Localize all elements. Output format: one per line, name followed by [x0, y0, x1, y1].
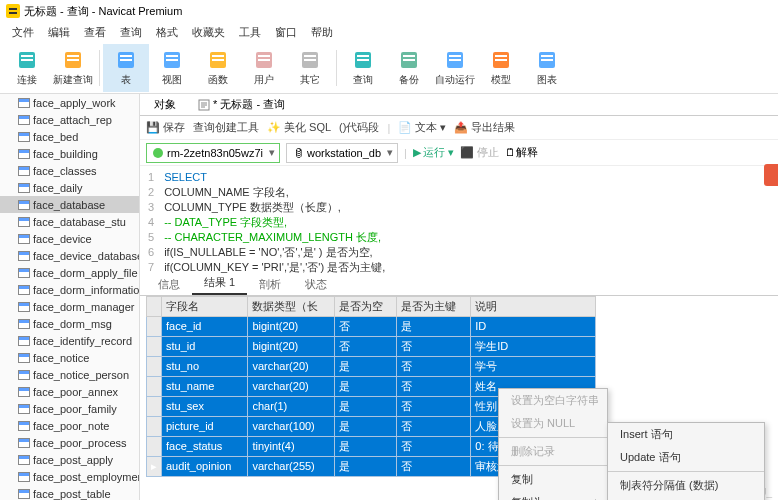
tool-label: 视图 [162, 73, 182, 87]
run-button[interactable]: ▶ 运行 ▾ [413, 145, 454, 160]
sidebar-item-face_daily[interactable]: face_daily [0, 179, 139, 196]
tab-result1[interactable]: 结果 1 [192, 272, 247, 295]
tool-查询[interactable]: 查询 [340, 44, 386, 92]
sidebar-item-face_classes[interactable]: face_classes [0, 162, 139, 179]
sidebar-item-face_device[interactable]: face_device [0, 230, 139, 247]
explain-button[interactable]: 🗒解释 [505, 145, 538, 160]
tool-备份[interactable]: 备份 [386, 44, 432, 92]
sidebar-item-face_poor_annex[interactable]: face_poor_annex [0, 383, 139, 400]
table-icon [18, 336, 30, 346]
sidebar-item-face_dorm_msg[interactable]: face_dorm_msg [0, 315, 139, 332]
tool-自动运行[interactable]: 自动运行 [432, 44, 478, 92]
grid-header[interactable]: 是否为主键 [397, 297, 471, 317]
table-icon [18, 370, 30, 380]
sidebar-item-face_identify_record[interactable]: face_identify_record [0, 332, 139, 349]
ctx-item[interactable]: 设置为 NULL [499, 412, 607, 435]
ctx-item[interactable]: 删除记录 [499, 440, 607, 463]
tool-新建查询[interactable]: 新建查询 [50, 44, 96, 92]
ctx-item[interactable]: 复制 [499, 468, 607, 491]
menu-edit[interactable]: 编辑 [42, 23, 76, 42]
tool-表[interactable]: 表 [103, 44, 149, 92]
sidebar-item-face_dorm_information[interactable]: face_dorm_information [0, 281, 139, 298]
sql-editor[interactable]: 123456789 SELECT COLUMN_NAME 字段名, COLUMN… [140, 166, 778, 274]
svg-rect-30 [449, 59, 461, 61]
ctx-sub-item[interactable]: Update 语句 [608, 446, 764, 469]
tool-icon [16, 49, 38, 71]
grid-header[interactable]: 是否为空 [335, 297, 397, 317]
sidebar-item-face_apply_work[interactable]: face_apply_work [0, 94, 139, 111]
tool-label: 备份 [399, 73, 419, 87]
table-icon [18, 149, 30, 159]
tab-query[interactable]: * 无标题 - 查询 [190, 94, 293, 115]
sidebar-item-face_bed[interactable]: face_bed [0, 128, 139, 145]
table-icon [18, 132, 30, 142]
tab-info[interactable]: 信息 [146, 274, 192, 295]
tool-函数[interactable]: 函数 [195, 44, 241, 92]
export-button[interactable]: 📤导出结果 [454, 120, 515, 135]
ctx-sub-item[interactable]: Insert 语句 [608, 423, 764, 446]
menu-fav[interactable]: 收藏夹 [186, 23, 231, 42]
query-builder-button[interactable]: 查询创建工具 [193, 120, 259, 135]
ctx-item[interactable]: 复制为 [499, 491, 607, 500]
ctx-sub-item[interactable]: 制表符分隔值 (数据) [608, 474, 764, 497]
tool-label: 表 [121, 73, 131, 87]
svg-rect-14 [212, 55, 224, 57]
sidebar-item-face_notice[interactable]: face_notice [0, 349, 139, 366]
tool-icon [299, 49, 321, 71]
sidebar-item-face_database_stu[interactable]: face_database_stu [0, 213, 139, 230]
grid-header[interactable]: 说明 [471, 297, 596, 317]
side-badge[interactable] [764, 164, 778, 186]
tool-其它[interactable]: 其它 [287, 44, 333, 92]
sidebar-item-face_post_table[interactable]: face_post_table [0, 485, 139, 500]
sidebar-item-face_post_apply[interactable]: face_post_apply [0, 451, 139, 468]
table-row[interactable]: stu_novarchar(20)是否学号 [147, 357, 596, 377]
tool-模型[interactable]: 模型 [478, 44, 524, 92]
svg-rect-20 [304, 55, 316, 57]
menu-window[interactable]: 窗口 [269, 23, 303, 42]
tool-连接[interactable]: 连接 [4, 44, 50, 92]
tool-图表[interactable]: 图表 [524, 44, 570, 92]
tab-objects[interactable]: 对象 [146, 94, 184, 115]
db-dropdown[interactable]: 🛢 workstation_db [286, 143, 398, 163]
sidebar-item-face_notice_person[interactable]: face_notice_person [0, 366, 139, 383]
tool-icon [352, 49, 374, 71]
tool-用户[interactable]: 用户 [241, 44, 287, 92]
sidebar-item-face_building[interactable]: face_building [0, 145, 139, 162]
tool-视图[interactable]: 视图 [149, 44, 195, 92]
ctx-item[interactable]: 设置为空白字符串 [499, 389, 607, 412]
server-dropdown[interactable]: rm-2zetn83n05wz7i [146, 143, 280, 163]
table-icon [18, 200, 30, 210]
sidebar-item-face_database[interactable]: face_database [0, 196, 139, 213]
menu-file[interactable]: 文件 [6, 23, 40, 42]
save-button[interactable]: 💾 保存 [146, 120, 185, 135]
grid-header[interactable]: 数据类型（长 [248, 297, 335, 317]
grid-header[interactable]: 字段名 [162, 297, 248, 317]
table-row[interactable]: face_idbigint(20)否是ID [147, 317, 596, 337]
sidebar-item-face_poor_family[interactable]: face_poor_family [0, 400, 139, 417]
menu-query[interactable]: 查询 [114, 23, 148, 42]
menu-view[interactable]: 查看 [78, 23, 112, 42]
stop-button[interactable]: ⬛ 停止 [460, 145, 499, 160]
text-button[interactable]: 📄 文本 ▾ [398, 120, 446, 135]
sidebar-item-face_attach_rep[interactable]: face_attach_rep [0, 111, 139, 128]
tool-icon [161, 49, 183, 71]
tab-status[interactable]: 状态 [293, 274, 339, 295]
table-row[interactable]: stu_idbigint(20)否否学生ID [147, 337, 596, 357]
table-icon [18, 438, 30, 448]
sidebar-item-face_dorm_apply_file[interactable]: face_dorm_apply_file [0, 264, 139, 281]
window-title: 无标题 - 查询 - Navicat Premium [24, 4, 182, 19]
tool-icon [398, 49, 420, 71]
sidebar-item-face_post_employmen[interactable]: face_post_employmen [0, 468, 139, 485]
sidebar-item-face_poor_process[interactable]: face_poor_process [0, 434, 139, 451]
menu-help[interactable]: 帮助 [305, 23, 339, 42]
tab-profile[interactable]: 剖析 [247, 274, 293, 295]
sidebar-item-face_dorm_manager[interactable]: face_dorm_manager [0, 298, 139, 315]
sidebar-item-face_device_database[interactable]: face_device_database [0, 247, 139, 264]
menu-format[interactable]: 格式 [150, 23, 184, 42]
table-icon [18, 319, 30, 329]
snippet-button[interactable]: ()代码段 [339, 120, 379, 135]
beautify-button[interactable]: ✨美化 SQL [267, 120, 331, 135]
context-menu: 设置为空白字符串设置为 NULL删除记录复制复制为粘贴显示 [498, 388, 608, 500]
sidebar-item-face_poor_note[interactable]: face_poor_note [0, 417, 139, 434]
menu-tools[interactable]: 工具 [233, 23, 267, 42]
